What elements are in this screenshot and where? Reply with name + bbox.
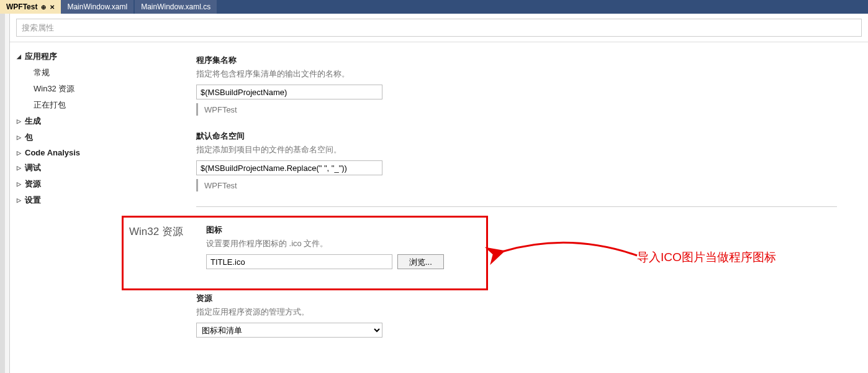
sidebar-item-general[interactable]: 常规 bbox=[15, 65, 122, 81]
indicator-bar bbox=[196, 179, 198, 191]
indicator-bar bbox=[196, 103, 198, 116]
main-panel: 应用程序 常规 Win32 资源 正在打包 生成 包 Code Analysis bbox=[10, 14, 868, 373]
icon-field-group: 图标 设置要用作程序图标的 .ico 文件。 浏览... bbox=[206, 224, 830, 269]
pin-icon[interactable]: ⊕ bbox=[41, 4, 46, 11]
resolved-value: WPFTest bbox=[204, 105, 237, 114]
chevron-right-icon bbox=[15, 165, 22, 171]
sidebar-item-packaging[interactable]: 正在打包 bbox=[15, 97, 122, 113]
resources-label: 资源 bbox=[196, 293, 837, 304]
sidebar-item-debug[interactable]: 调试 bbox=[15, 160, 122, 176]
chevron-right-icon bbox=[15, 197, 22, 203]
chevron-right-icon bbox=[15, 134, 22, 140]
resources-select[interactable]: 图标和清单 bbox=[196, 323, 382, 338]
sidebar-label: 包 bbox=[25, 132, 33, 143]
tab-bar: WPFTest ⊕ ✕ MainWindow.xaml MainWindow.x… bbox=[0, 0, 868, 14]
tab-label: MainWindow.xaml bbox=[67, 2, 127, 11]
sidebar-label: 应用程序 bbox=[25, 51, 57, 62]
sidebar-item-package[interactable]: 包 bbox=[15, 129, 122, 145]
resolved-value: WPFTest bbox=[204, 181, 237, 190]
left-dock-strip-2 bbox=[5, 14, 10, 373]
sidebar-label: 调试 bbox=[25, 162, 41, 173]
sidebar-item-code-analysis[interactable]: Code Analysis bbox=[15, 145, 122, 160]
namespace-label: 默认命名空间 bbox=[196, 131, 837, 142]
chevron-right-icon bbox=[15, 118, 22, 124]
sidebar-label: 生成 bbox=[25, 116, 41, 127]
divider bbox=[196, 206, 837, 207]
tab-wpftest[interactable]: WPFTest ⊕ ✕ bbox=[0, 0, 61, 14]
close-icon[interactable]: ✕ bbox=[50, 4, 55, 11]
assembly-name-desc: 指定将包含程序集清单的输出文件的名称。 bbox=[196, 68, 837, 80]
resources-desc: 指定应用程序资源的管理方式。 bbox=[196, 306, 837, 318]
icon-path-input[interactable] bbox=[206, 254, 392, 269]
chevron-down-icon bbox=[15, 53, 22, 60]
icon-desc: 设置要用作程序图标的 .ico 文件。 bbox=[206, 238, 830, 249]
namespace-resolved: WPFTest bbox=[196, 179, 837, 191]
sidebar-item-application[interactable]: 应用程序 bbox=[15, 48, 122, 65]
sidebar-label: Win32 资源 bbox=[34, 83, 75, 94]
assembly-name-label: 程序集名称 bbox=[196, 55, 837, 66]
field-assembly-name: 程序集名称 指定将包含程序集清单的输出文件的名称。 WPFTest bbox=[196, 55, 837, 116]
namespace-input[interactable] bbox=[196, 160, 382, 175]
win32-section-title: Win32 资源 bbox=[129, 224, 191, 239]
sidebar-label: 正在打包 bbox=[34, 99, 66, 111]
sidebar-item-settings[interactable]: 设置 bbox=[15, 192, 122, 208]
chevron-right-icon bbox=[15, 150, 22, 156]
sidebar-item-win32-resources[interactable]: Win32 资源 bbox=[15, 81, 122, 97]
content: 程序集名称 指定将包含程序集清单的输出文件的名称。 WPFTest 默认命名空间… bbox=[122, 42, 868, 352]
icon-label: 图标 bbox=[206, 224, 830, 236]
win32-section-wrap: Win32 资源 图标 设置要用作程序图标的 .ico 文件。 浏览... bbox=[122, 219, 837, 274]
search-input[interactable] bbox=[16, 19, 862, 37]
sidebar-item-resources[interactable]: 资源 bbox=[15, 176, 122, 192]
left-dock-strip bbox=[0, 14, 5, 373]
namespace-desc: 指定添加到项目中的文件的基命名空间。 bbox=[196, 144, 837, 155]
field-default-namespace: 默认命名空间 指定添加到项目中的文件的基命名空间。 WPFTest bbox=[196, 131, 837, 191]
search-wrap bbox=[10, 14, 868, 42]
tab-label: WPFTest bbox=[6, 2, 37, 11]
tab-mainwindow-xaml-cs[interactable]: MainWindow.xaml.cs bbox=[135, 0, 217, 14]
sidebar-label: 常规 bbox=[34, 67, 50, 78]
assembly-name-resolved: WPFTest bbox=[196, 103, 837, 116]
sidebar: 应用程序 常规 Win32 资源 正在打包 生成 包 Code Analysis bbox=[10, 42, 122, 352]
chevron-right-icon bbox=[15, 181, 22, 187]
icon-input-row: 浏览... bbox=[206, 254, 830, 269]
body-wrap: 应用程序 常规 Win32 资源 正在打包 生成 包 Code Analysis bbox=[10, 42, 868, 352]
tab-label: MainWindow.xaml.cs bbox=[141, 2, 210, 11]
browse-button[interactable]: 浏览... bbox=[397, 254, 444, 269]
win32-section-row: Win32 资源 图标 设置要用作程序图标的 .ico 文件。 浏览... bbox=[122, 219, 837, 274]
assembly-name-input[interactable] bbox=[196, 85, 382, 99]
sidebar-label: Code Analysis bbox=[25, 148, 80, 157]
sidebar-label: 资源 bbox=[25, 178, 41, 190]
tab-mainwindow-xaml[interactable]: MainWindow.xaml bbox=[61, 0, 133, 14]
sidebar-label: 设置 bbox=[25, 195, 41, 206]
sidebar-item-build[interactable]: 生成 bbox=[15, 113, 122, 129]
field-resources: 资源 指定应用程序资源的管理方式。 图标和清单 bbox=[196, 293, 837, 338]
